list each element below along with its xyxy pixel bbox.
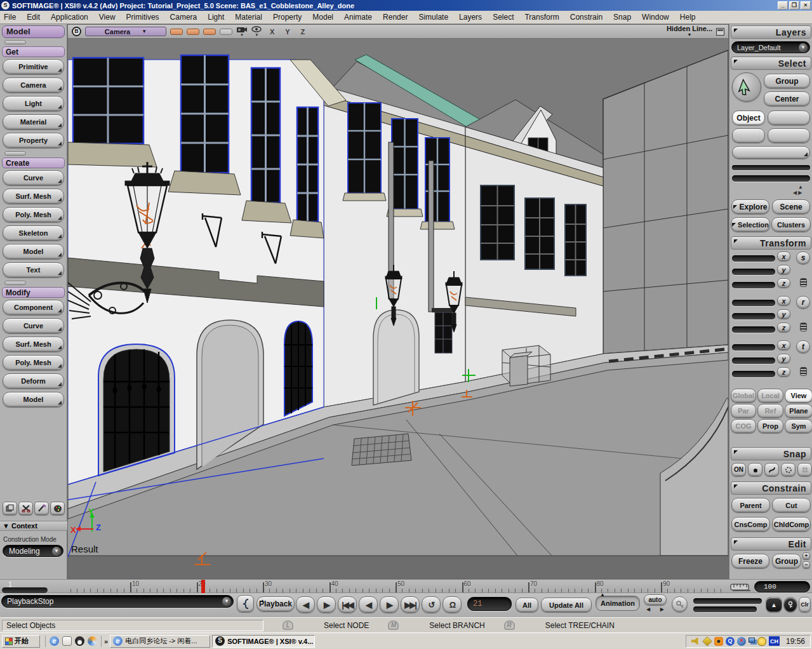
y-slider-s[interactable]: [732, 269, 775, 275]
timeline-playhead[interactable]: [201, 580, 205, 594]
current-frame-field[interactable]: 21: [467, 597, 512, 611]
filter-wide-button[interactable]: [732, 146, 810, 159]
play-forward-button[interactable]: ▶: [380, 596, 399, 613]
y-slider-t[interactable]: [732, 358, 775, 364]
x-slider-r[interactable]: [732, 300, 775, 306]
edit-group-button[interactable]: Group: [772, 554, 801, 568]
filter-blank-button-1[interactable]: [768, 110, 810, 125]
timeline-ruler[interactable]: 102030405060708090: [0, 580, 726, 594]
grille-window-small[interactable]: [284, 321, 312, 416]
button-plane[interactable]: Plane: [785, 404, 812, 418]
right-wall-building[interactable]: [603, 50, 728, 354]
script-editor-button[interactable]: [237, 595, 254, 612]
memo-cam-2[interactable]: [187, 29, 199, 35]
layer-dropdown[interactable]: Layer_Default▼: [731, 41, 810, 53]
animation-menu-button[interactable]: ▲Animation: [596, 596, 640, 611]
axis-z-button-s[interactable]: z: [777, 278, 790, 288]
eye-icon[interactable]: ▼: [251, 26, 262, 37]
keyframe-up-button[interactable]: ▲: [766, 597, 782, 612]
button-create-curve[interactable]: Curve: [3, 170, 64, 185]
volume-icon[interactable]: [691, 637, 700, 646]
snap-on-button[interactable]: ON: [731, 463, 746, 476]
play-backward-button[interactable]: ◀: [359, 596, 378, 613]
context-section-header[interactable]: ▼ Context: [0, 521, 67, 531]
spinner-leftright-icon[interactable]: ◀▶: [793, 190, 803, 196]
button-prop[interactable]: Prop: [757, 419, 783, 433]
menu-item-select[interactable]: Select: [493, 13, 514, 22]
axis-y-button-t[interactable]: y: [777, 354, 790, 363]
x-slider-s[interactable]: [732, 255, 775, 262]
axis-x-button-s[interactable]: x: [777, 251, 790, 261]
menu-item-primitives[interactable]: Primitives: [126, 13, 159, 22]
axis-z-button-r[interactable]: z: [777, 323, 790, 332]
menu-item-render[interactable]: Render: [383, 13, 408, 22]
audio-button[interactable]: Ω: [443, 596, 462, 613]
x-slider-t[interactable]: [732, 344, 775, 351]
select-center-button[interactable]: Center: [764, 91, 810, 106]
timeline-start-bar[interactable]: [2, 587, 48, 593]
button-view[interactable]: View: [785, 389, 812, 403]
menu-item-window[interactable]: Window: [642, 13, 669, 22]
axis-y-button-r[interactable]: y: [777, 309, 790, 319]
explore-button[interactable]: Explore: [731, 199, 769, 214]
select-section-header[interactable]: Select: [731, 57, 811, 70]
camera-view-dropdown[interactable]: Camera▼: [85, 27, 166, 36]
constrain-section-header[interactable]: Constrain: [731, 481, 811, 495]
axis-z-button-t[interactable]: z: [777, 367, 790, 377]
snap-surface-button[interactable]: [781, 463, 795, 476]
button-parent[interactable]: Parent: [731, 498, 770, 512]
autokey-button[interactable]: auto: [644, 594, 667, 605]
crates-scaffold[interactable]: [502, 345, 550, 386]
link-stack-icon[interactable]: [800, 367, 807, 376]
menu-item-camera[interactable]: Camera: [170, 13, 197, 22]
title-bar[interactable]: S SOFTIMAGE® | XSI® v.4.2 (Adv) Project:…: [0, 0, 812, 11]
radio-icon[interactable]: [714, 637, 723, 646]
playback-panel-button[interactable]: ▲Playback: [256, 596, 295, 612]
r-transform-button[interactable]: r: [796, 296, 810, 309]
button-modify-deform[interactable]: Deform: [3, 373, 64, 389]
button-modify-model[interactable]: Model: [3, 392, 64, 407]
axis-x-button-t[interactable]: x: [777, 340, 790, 350]
minimize-button[interactable]: _: [778, 1, 788, 10]
edit-plus-button[interactable]: +: [802, 552, 810, 559]
menu-item-help[interactable]: Help: [680, 13, 696, 22]
ie-icon[interactable]: e: [50, 636, 59, 646]
spinner-up-icon[interactable]: ▲: [798, 184, 803, 190]
arched-doorway[interactable]: [373, 310, 419, 405]
go-to-start-button[interactable]: |◀◀: [338, 596, 357, 613]
button-modify-poly-mesh[interactable]: Poly. Mesh: [3, 355, 64, 370]
button-modify-curve[interactable]: Curve: [3, 318, 64, 333]
frame-forward-button[interactable]: ▶: [317, 596, 336, 613]
menu-item-model[interactable]: Model: [312, 13, 333, 22]
menu-item-property[interactable]: Property: [273, 13, 302, 22]
menu-item-constrain[interactable]: Constrain: [570, 13, 602, 22]
construction-mode-dropdown[interactable]: Modeling ▼: [3, 545, 63, 557]
menu-item-material[interactable]: Material: [235, 13, 262, 22]
y-slider-r[interactable]: [732, 313, 775, 319]
memo-cam-1[interactable]: [170, 29, 183, 35]
close-button[interactable]: ×: [801, 1, 811, 10]
menu-item-edit[interactable]: Edit: [27, 13, 40, 22]
scene-button[interactable]: Scene: [772, 199, 810, 214]
z-slider-r[interactable]: [732, 326, 775, 333]
filter-blank-button-3[interactable]: [768, 128, 810, 143]
edit-section-header[interactable]: Edit: [731, 537, 811, 551]
button-local[interactable]: Local: [757, 389, 783, 403]
ground-window-a[interactable]: [432, 308, 455, 353]
axis-x-button-r[interactable]: x: [777, 296, 790, 305]
edit-minus-button[interactable]: −: [802, 561, 810, 568]
key-step-arrows[interactable]: ◀▶: [644, 606, 667, 612]
axis-y-button-s[interactable]: y: [777, 265, 790, 274]
button-cut[interactable]: Cut: [772, 498, 811, 512]
snap-grid-button[interactable]: [797, 463, 812, 476]
viewport-canvas[interactable]: Y X Z Result: [68, 39, 728, 579]
camera-icon[interactable]: ▼: [236, 26, 248, 37]
button-get-light[interactable]: Light: [3, 96, 64, 111]
scissors-tool-button[interactable]: [18, 502, 33, 515]
menu-item-snap[interactable]: Snap: [613, 13, 631, 22]
task-button-[interactable]: e电白同乡论坛 -> 闲着...: [110, 635, 210, 648]
timeline-end-field[interactable]: 100: [754, 581, 810, 592]
menu-item-simulate[interactable]: Simulate: [418, 13, 448, 22]
select-group-button[interactable]: Group: [764, 74, 810, 88]
globe-offline-icon[interactable]: [737, 637, 746, 646]
